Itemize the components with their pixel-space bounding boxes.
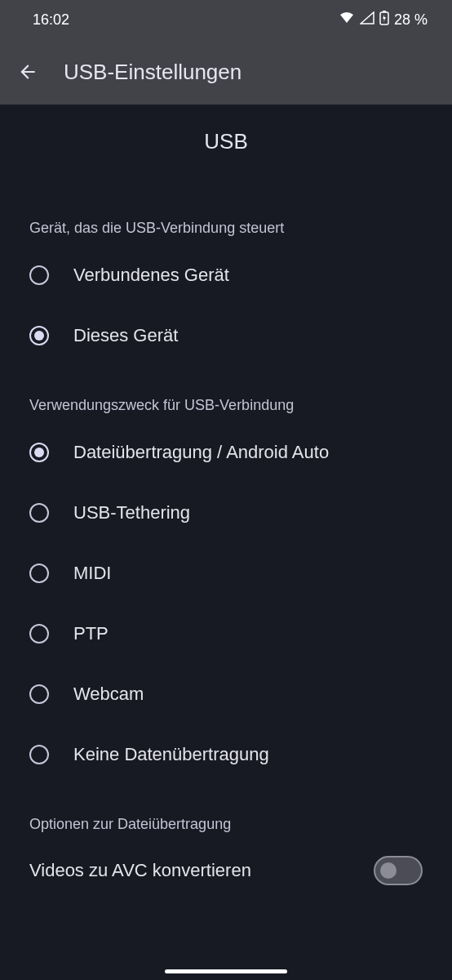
arrow-back-icon xyxy=(17,61,38,82)
radio-midi[interactable]: MIDI xyxy=(0,543,452,604)
back-button[interactable] xyxy=(16,60,39,83)
section-file-options: Optionen zur Dateiübertragung Videos zu … xyxy=(0,791,452,892)
switch-row-convert-avc[interactable]: Videos zu AVC konvertieren xyxy=(0,841,452,885)
radio-usb-tethering[interactable]: USB-Tethering xyxy=(0,483,452,543)
radio-ptp[interactable]: PTP xyxy=(0,604,452,664)
radio-label: USB-Tethering xyxy=(73,502,190,523)
radio-no-data[interactable]: Keine Datenübertragung xyxy=(0,724,452,785)
radio-icon xyxy=(29,684,49,704)
section-usb-usage: Verwendungszweck für USB-Verbindung Date… xyxy=(0,372,452,791)
radio-icon xyxy=(29,326,49,345)
section-usb-control: Gerät, das die USB-Verbindung steuert Ve… xyxy=(0,195,452,372)
wifi-icon xyxy=(339,11,355,29)
usb-heading: USB xyxy=(0,105,452,187)
section-header-control: Gerät, das die USB-Verbindung steuert xyxy=(0,210,452,245)
radio-label: Dateiübertragung / Android Auto xyxy=(73,442,329,463)
radio-icon xyxy=(29,624,49,644)
radio-label: Keine Datenübertragung xyxy=(73,744,269,765)
battery-icon xyxy=(379,11,389,29)
radio-label: Webcam xyxy=(73,684,144,705)
nav-bar-indicator[interactable] xyxy=(165,969,287,973)
battery-percent: 28 % xyxy=(394,11,428,29)
radio-file-transfer[interactable]: Dateiübertragung / Android Auto xyxy=(0,422,452,483)
radio-icon xyxy=(29,564,49,583)
radio-webcam[interactable]: Webcam xyxy=(0,664,452,724)
switch-thumb xyxy=(380,862,397,879)
status-time: 16:02 xyxy=(33,11,69,29)
status-right: 28 % xyxy=(339,11,428,29)
page-title: USB-Einstellungen xyxy=(64,60,242,85)
radio-icon xyxy=(29,745,49,764)
radio-icon xyxy=(29,265,49,285)
radio-label: PTP xyxy=(73,623,109,644)
svg-rect-1 xyxy=(383,11,386,12)
radio-this-device[interactable]: Dieses Gerät xyxy=(0,305,452,366)
section-header-file-options: Optionen zur Dateiübertragung xyxy=(0,806,452,841)
switch-toggle[interactable] xyxy=(374,856,423,885)
radio-icon xyxy=(29,503,49,523)
status-bar: 16:02 28 % xyxy=(0,0,452,39)
app-bar: USB-Einstellungen xyxy=(0,39,452,105)
signal-icon xyxy=(360,11,374,29)
switch-label: Videos zu AVC konvertieren xyxy=(29,860,251,881)
radio-label: Dieses Gerät xyxy=(73,325,178,346)
radio-connected-device[interactable]: Verbundenes Gerät xyxy=(0,245,452,305)
radio-label: Verbundenes Gerät xyxy=(73,265,229,286)
radio-icon xyxy=(29,443,49,462)
radio-label: MIDI xyxy=(73,563,111,584)
section-header-usage: Verwendungszweck für USB-Verbindung xyxy=(0,387,452,422)
